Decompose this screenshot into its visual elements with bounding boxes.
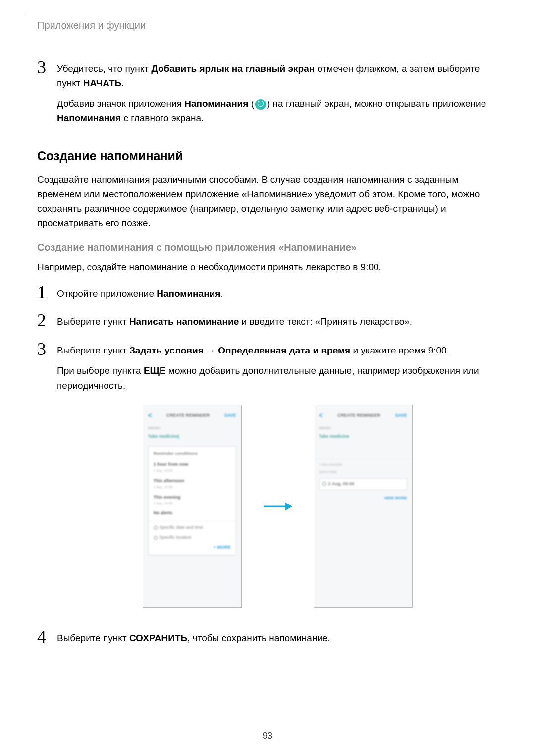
page-number: 93 <box>0 731 535 741</box>
intro-paragraph: Создавайте напоминания различными способ… <box>37 172 498 231</box>
step-2: 2 Выберите пункт Написать напоминание и … <box>37 311 498 335</box>
bold-text: СОХРАНИТЬ <box>129 633 187 643</box>
section-heading: Создание напоминаний <box>37 149 498 163</box>
conditions-title: Reminder conditions <box>154 451 231 457</box>
add-checklist: + Add checklist <box>319 462 407 468</box>
step3-line1: Выберите пункт Задать условия → Определе… <box>57 343 498 357</box>
text: No alerts <box>154 510 231 517</box>
bell-icon <box>255 99 266 110</box>
step-4: 4 Выберите пункт СОХРАНИТЬ, чтобы сохран… <box>37 628 498 651</box>
memo-input: Take medicine <box>148 433 236 440</box>
bold-text: Задать условия <box>129 345 204 355</box>
step-body: Выберите пункт Написать напоминание и вв… <box>57 311 498 335</box>
bold-text: Напоминания <box>57 113 121 123</box>
step-number: 4 <box>37 628 57 651</box>
text: ( <box>248 99 254 109</box>
step1-line: Откройте приложение Напоминания. <box>57 286 498 301</box>
phone-save: SAVE <box>224 412 236 419</box>
phone-save: SAVE <box>395 412 407 419</box>
step-3-top: 3 Убедитесь, что пункт Добавить ярлык на… <box>37 58 498 132</box>
phone-screenshot-left: < CREATE REMINDER SAVE MEMO Take medicin… <box>143 405 242 608</box>
breadcrumb: Приложения и функции <box>37 20 498 31</box>
text: Откройте приложение <box>57 288 157 299</box>
text: . <box>121 78 124 88</box>
step-body: Выберите пункт СОХРАНИТЬ, чтобы сохранит… <box>57 628 498 651</box>
text: и укажите время 9:00. <box>350 345 449 355</box>
step-body: Убедитесь, что пункт Добавить ярлык на г… <box>57 58 498 132</box>
text: 1 Aug, 10:00 <box>154 468 231 474</box>
step-number: 2 <box>37 311 57 335</box>
step-body: Откройте приложение Напоминания. <box>57 283 498 306</box>
step3-top-line1: Убедитесь, что пункт Добавить ярлык на г… <box>57 61 498 91</box>
hide-more-link: HIDE MORE <box>319 495 407 501</box>
text: ) на главный экран, можно открывать прил… <box>267 99 486 109</box>
figure-row: < CREATE REMINDER SAVE MEMO Take medicin… <box>57 405 498 608</box>
phone-screenshot-right: < CREATE REMINDER SAVE MEMO Take medicin… <box>314 405 413 608</box>
text: 1 hour from now <box>154 461 231 468</box>
step-number: 3 <box>37 58 57 132</box>
text: , чтобы сохранить напоминание. <box>187 633 330 643</box>
clock-icon <box>154 526 158 530</box>
datetime-chip: 2 Aug, 09:00 <box>319 478 407 490</box>
text: 1 Aug, 19:00 <box>154 501 231 506</box>
clock-icon <box>322 482 326 486</box>
step-number: 3 <box>37 340 57 618</box>
step-1: 1 Откройте приложение Напоминания. <box>37 283 498 306</box>
text: Выберите пункт <box>57 633 129 643</box>
bold-text: ЕЩЕ <box>144 365 166 376</box>
step3-top-line2: Добавив значок приложения Напоминания ()… <box>57 97 498 126</box>
step-body: Выберите пункт Задать условия → Определе… <box>57 340 498 618</box>
text: This evening <box>154 494 231 501</box>
example-paragraph: Например, создайте напоминание о необход… <box>37 260 498 274</box>
arrow-right-icon <box>262 500 294 513</box>
specific-date-row: Specific date and time <box>154 524 231 531</box>
text: This afternoon <box>154 478 231 485</box>
page-top-rule <box>25 0 25 14</box>
text: с главного экрана. <box>121 113 204 123</box>
text: При выборе пункта <box>57 365 144 376</box>
bold-text: Напоминания <box>157 288 220 299</box>
memo-input: Take medicine <box>319 433 407 440</box>
arrow-text: → <box>204 345 218 355</box>
pin-icon <box>154 536 158 540</box>
step2-line: Выберите пункт Написать напоминание и вв… <box>57 314 498 329</box>
text: Добавив значок приложения <box>57 99 184 109</box>
subsection-heading: Создание напоминания с помощью приложени… <box>37 242 498 253</box>
step3-line2: При выборе пункта ЕЩЕ можно добавить доп… <box>57 363 498 393</box>
datetime-label: DATE/TIME <box>319 470 407 475</box>
text: Выберите пункт <box>57 316 129 327</box>
phone-title: CREATE REMINDER <box>337 412 380 419</box>
bold-text: Определенная дата и время <box>218 345 350 355</box>
memo-label: MEMO <box>319 425 407 431</box>
page-content: Приложения и функции 3 Убедитесь, что пу… <box>0 0 535 671</box>
back-icon: < <box>319 410 323 421</box>
bold-text: Добавить ярлык на главный экран <box>151 63 315 74</box>
bold-text: Написать напоминание <box>129 316 239 327</box>
step4-line: Выберите пункт СОХРАНИТЬ, чтобы сохранит… <box>57 631 498 645</box>
svg-marker-1 <box>285 503 292 510</box>
text: и введите текст: «Принять лекарство». <box>239 316 412 327</box>
back-icon: < <box>148 410 152 421</box>
text: 1 Aug, 15:00 <box>154 485 231 490</box>
phone-title: CREATE REMINDER <box>166 412 210 419</box>
memo-label: MEMO <box>148 425 236 431</box>
bold-text: Напоминания <box>184 99 248 109</box>
text: Выберите пункт <box>57 345 129 355</box>
more-link: + MORE <box>154 544 231 551</box>
text: . <box>220 288 223 299</box>
specific-location-row: Specific location <box>154 534 231 541</box>
step-number: 1 <box>37 283 57 306</box>
step-3: 3 Выберите пункт Задать условия → Опреде… <box>37 340 498 618</box>
bold-text: НАЧАТЬ <box>83 78 121 88</box>
text: Убедитесь, что пункт <box>57 63 151 74</box>
